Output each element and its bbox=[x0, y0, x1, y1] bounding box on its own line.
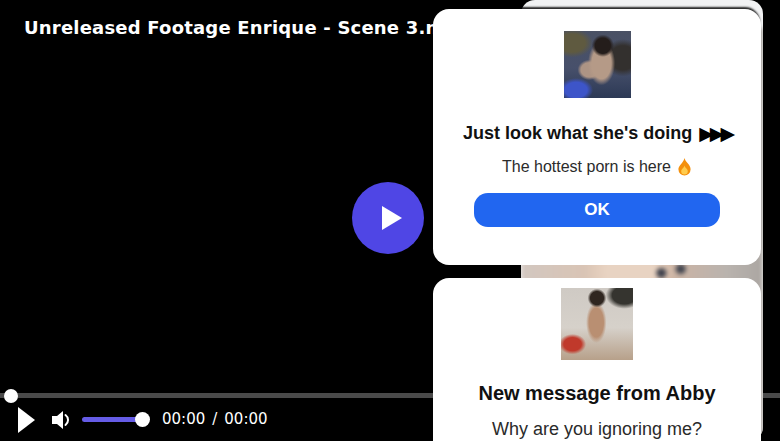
volume-button[interactable] bbox=[50, 408, 72, 436]
offer-title: Just look what she's doing ▶▶▶ bbox=[463, 122, 731, 144]
message-thumbnail[interactable] bbox=[561, 288, 633, 360]
play-overlay-button[interactable] bbox=[352, 182, 424, 254]
speaker-icon bbox=[50, 408, 72, 432]
offer-subtitle: The hottest porn is here bbox=[502, 158, 692, 176]
video-progress-thumb[interactable] bbox=[4, 389, 18, 403]
offer-thumbnail[interactable] bbox=[564, 31, 631, 98]
message-subtitle: Why are you ignoring me? bbox=[492, 419, 702, 440]
play-icon bbox=[382, 206, 402, 230]
message-popup[interactable]: New message from Abby Why are you ignori… bbox=[433, 278, 761, 441]
page: Unreleased Footage Enrique - Scene 3.mp4… bbox=[0, 0, 780, 441]
time-display: 00:00 / 00:00 bbox=[162, 410, 268, 428]
message-title: New message from Abby bbox=[478, 382, 715, 405]
offer-subtitle-text: The hottest porn is here bbox=[502, 158, 671, 176]
message-thumbnail-image bbox=[561, 288, 633, 360]
triple-play-icon: ▶▶▶ bbox=[699, 122, 731, 144]
time-separator: / bbox=[212, 410, 217, 428]
play-button[interactable] bbox=[18, 407, 35, 433]
ok-button[interactable]: OK bbox=[474, 193, 720, 227]
offer-popup[interactable]: Just look what she's doing ▶▶▶ The hotte… bbox=[433, 9, 761, 265]
offer-title-text: Just look what she's doing bbox=[463, 123, 692, 144]
duration: 00:00 bbox=[224, 410, 267, 428]
video-title: Unreleased Footage Enrique - Scene 3.mp4 bbox=[24, 17, 470, 38]
fire-icon bbox=[677, 158, 692, 176]
current-time: 00:00 bbox=[162, 410, 205, 428]
volume-slider-thumb[interactable] bbox=[135, 412, 150, 427]
offer-thumbnail-image bbox=[564, 31, 631, 98]
